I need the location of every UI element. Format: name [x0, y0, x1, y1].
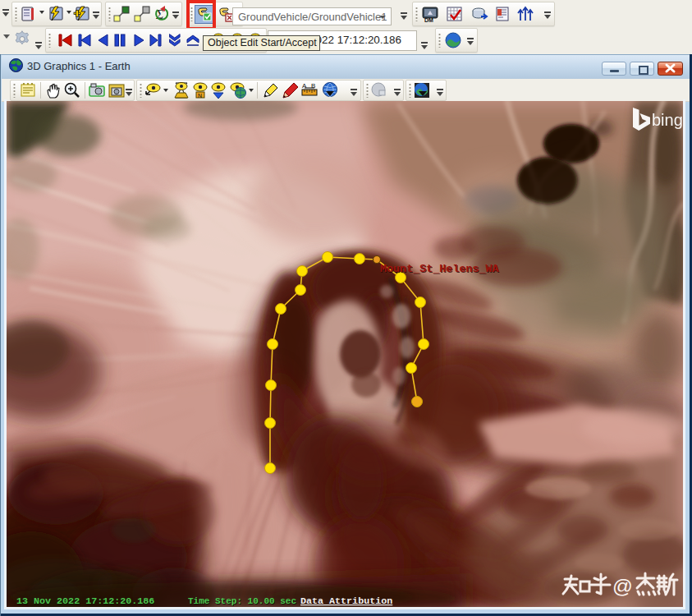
svg-text:A: A	[302, 82, 307, 90]
svg-text:Data Attribution: Data Attribution	[300, 595, 392, 607]
svg-text:N: N	[198, 93, 202, 99]
svg-text:DM: DM	[424, 17, 433, 23]
svg-text:@: @	[612, 575, 633, 597]
svg-text:Time Step: 10.00 sec: Time Step: 10.00 sec	[188, 596, 296, 606]
svg-text:bing: bing	[652, 111, 683, 129]
svg-text:Mount_St_Helens_WA: Mount_St_Helens_WA	[380, 263, 500, 275]
svg-text:13 Nov 2022 17:12:20.186: 13 Nov 2022 17:12:20.186	[16, 595, 154, 607]
svg-text:B: B	[311, 82, 315, 90]
